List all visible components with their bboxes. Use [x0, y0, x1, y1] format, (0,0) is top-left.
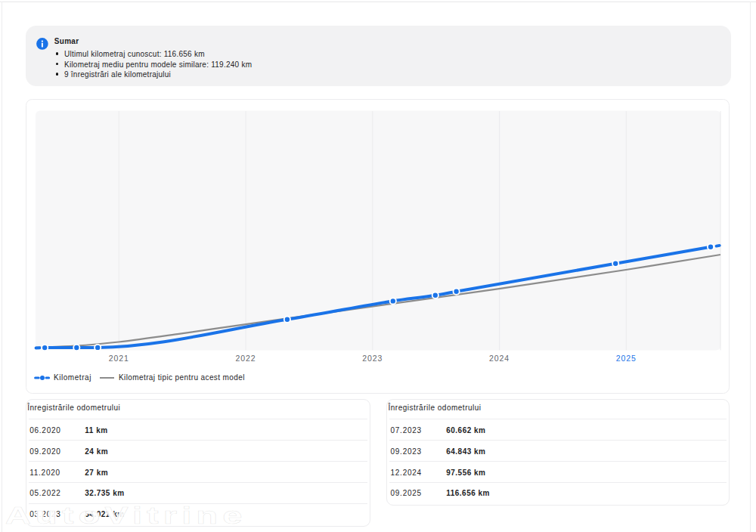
- svg-text:Kilometraj tipic pentru acest: Kilometraj tipic pentru acest model: [119, 373, 245, 382]
- svg-text:2023: 2023: [362, 354, 383, 363]
- svg-text:Kilometraj: Kilometraj: [54, 373, 91, 382]
- svg-text:2025: 2025: [616, 354, 637, 363]
- svg-text:AutoVitrine: AutoVitrine: [5, 503, 247, 529]
- svg-text:2021: 2021: [109, 354, 129, 363]
- svg-text:2024: 2024: [489, 354, 510, 363]
- svg-text:2022: 2022: [236, 354, 256, 363]
